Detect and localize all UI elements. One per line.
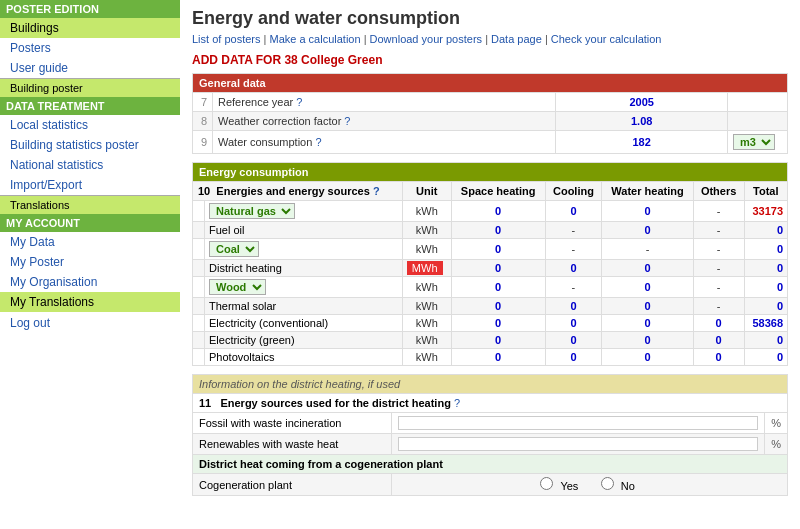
wood-select[interactable]: Wood [209, 279, 266, 295]
table-row: Fuel oil kWh 0 - 0 - 0 [193, 222, 788, 239]
logout-link[interactable]: Log out [0, 312, 180, 334]
table-row: Cogeneration plant Yes No [193, 474, 788, 496]
mwh-badge: MWh [407, 261, 443, 275]
table-row: 9 Water consumption ? 182 m3 [193, 131, 788, 154]
cogen-header: District heat coming from a cogeneration… [193, 455, 788, 474]
sidebar-header-poster-edition: POSTER EDITION [0, 0, 180, 18]
help-icon-district[interactable]: ? [454, 397, 460, 409]
sidebar-translations: Translations [0, 195, 180, 214]
nav-download-posters[interactable]: Download your posters [370, 33, 483, 45]
district-info-header: Information on the district heating, if … [193, 375, 788, 394]
sidebar-item-building-statistics[interactable]: Building statistics poster [0, 135, 180, 155]
sidebar-header-my-account: MY ACCOUNT [0, 214, 180, 232]
add-data-title: ADD DATA FOR 38 College Green [192, 53, 788, 67]
sidebar-header-data-treatment: DATA TREATMENT [0, 97, 180, 115]
help-icon-water[interactable]: ? [315, 136, 321, 148]
nav-make-calculation[interactable]: Make a calculation [269, 33, 360, 45]
nav-check-calculation[interactable]: Check your calculation [551, 33, 662, 45]
cogen-no-label: No [621, 480, 635, 492]
user-guide-link[interactable]: User guide [10, 61, 68, 75]
sidebar-item-user-guide[interactable]: User guide [0, 58, 180, 78]
nav-links: List of posters | Make a calculation | D… [192, 33, 788, 45]
buildings-link[interactable]: Buildings [10, 21, 59, 35]
coal-select[interactable]: Coal [209, 241, 259, 257]
table-row: Thermal solar kWh 0 0 0 - 0 [193, 298, 788, 315]
sidebar-item-my-data[interactable]: My Data [0, 232, 180, 252]
nav-data-page[interactable]: Data page [491, 33, 542, 45]
district-row-label: 11 Energy sources used for the district … [193, 394, 788, 413]
table-row: Electricity (green) kWh 0 0 0 0 0 [193, 332, 788, 349]
posters-link[interactable]: Posters [10, 41, 51, 55]
renewables-waste-input[interactable] [398, 437, 758, 451]
district-section: Information on the district heating, if … [192, 374, 788, 496]
table-row: 8 Weather correction factor ? 1.08 [193, 112, 788, 131]
help-icon-energies[interactable]: ? [373, 185, 380, 197]
table-row: District heat coming from a cogeneration… [193, 455, 788, 474]
sidebar-item-my-organisation[interactable]: My Organisation [0, 272, 180, 292]
page-title: Energy and water consumption [192, 8, 788, 29]
sidebar-item-import-export[interactable]: Import/Export [0, 175, 180, 195]
main-content: Energy and water consumption List of pos… [180, 0, 800, 529]
sidebar-item-local-statistics[interactable]: Local statistics [0, 115, 180, 135]
table-row: Fossil with waste incineration % [193, 413, 788, 434]
sidebar-item-buildings[interactable]: Buildings [0, 18, 180, 38]
sidebar: POSTER EDITION Buildings Posters User gu… [0, 0, 180, 529]
energy-header: Energy consumption [193, 163, 788, 182]
cogen-yes-radio[interactable] [540, 477, 553, 490]
table-row: Photovoltaics kWh 0 0 0 0 0 [193, 349, 788, 366]
natural-gas-select[interactable]: Natural gas [209, 203, 295, 219]
table-row: Renewables with waste heat % [193, 434, 788, 455]
water-unit-select[interactable]: m3 [733, 134, 775, 150]
general-data-table: General data 7 Reference year ? 2005 8 W… [192, 73, 788, 154]
help-icon-ref-year[interactable]: ? [296, 96, 302, 108]
table-row: Electricity (conventional) kWh 0 0 0 0 5… [193, 315, 788, 332]
general-data-header: General data [193, 74, 788, 93]
sidebar-building-poster: Building poster [0, 78, 180, 97]
nav-list-posters[interactable]: List of posters [192, 33, 260, 45]
table-row: Wood kWh 0 - 0 - 0 [193, 277, 788, 298]
table-row: Coal kWh 0 - - - 0 [193, 239, 788, 260]
cogen-yes-label: Yes [560, 480, 578, 492]
row-num-10: 10 [198, 185, 210, 197]
district-table: Information on the district heating, if … [192, 374, 788, 496]
cogen-no-radio[interactable] [601, 477, 614, 490]
energy-table: Energy consumption 10 Energies and energ… [192, 162, 788, 366]
table-row: 7 Reference year ? 2005 [193, 93, 788, 112]
fossil-waste-input[interactable] [398, 416, 758, 430]
sidebar-item-posters[interactable]: Posters [0, 38, 180, 58]
sidebar-item-my-translations[interactable]: My Translations [0, 292, 180, 312]
table-row: District heating MWh 0 0 0 - 0 [193, 260, 788, 277]
help-icon-weather[interactable]: ? [344, 115, 350, 127]
sidebar-item-my-poster[interactable]: My Poster [0, 252, 180, 272]
table-row: Natural gas kWh 0 0 0 - 33173 [193, 201, 788, 222]
sidebar-item-national-statistics[interactable]: National statistics [0, 155, 180, 175]
